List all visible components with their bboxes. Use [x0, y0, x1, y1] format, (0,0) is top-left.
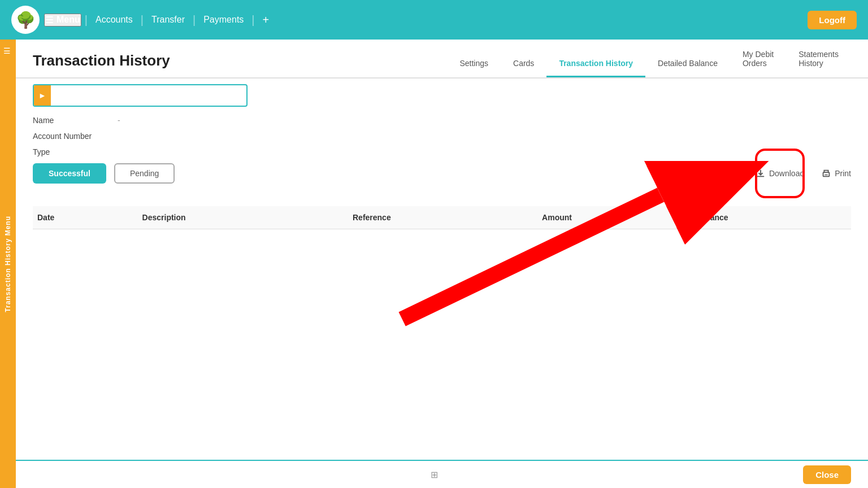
account-number-label: Account Number: [33, 132, 106, 141]
hamburger-icon: ☰: [45, 15, 53, 25]
download-label: Download: [769, 169, 804, 178]
tab-detailed-balance[interactable]: Detailed Balance: [645, 49, 730, 77]
logo-area: 🌳: [11, 6, 40, 34]
payments-nav-link[interactable]: Payments: [199, 15, 248, 25]
download-button[interactable]: Download: [748, 164, 812, 183]
download-icon: [756, 168, 766, 178]
search-label: Search: [714, 169, 739, 178]
col-date: Date: [33, 206, 138, 229]
account-input[interactable]: [51, 88, 246, 103]
menu-label: Menu: [57, 15, 80, 25]
plus-nav-link[interactable]: +: [258, 14, 274, 27]
menu-button[interactable]: ☰ Menu: [44, 14, 81, 27]
tab-cards[interactable]: Cards: [501, 49, 546, 77]
nav-separator-3: |: [193, 14, 196, 27]
nav-separator-1: |: [85, 14, 88, 27]
tab-debit-orders[interactable]: My DebitOrders: [730, 40, 786, 77]
print-label: Print: [835, 169, 851, 178]
pending-button[interactable]: Pending: [114, 163, 175, 184]
tab-transaction-history[interactable]: Transaction History: [546, 49, 645, 77]
close-button[interactable]: Close: [803, 465, 851, 484]
type-label: Type: [33, 147, 106, 156]
tab-settings[interactable]: Settings: [447, 49, 501, 77]
svg-point-0: [701, 170, 706, 175]
download-highlight-area: Download: [748, 164, 812, 183]
col-description: Description: [138, 206, 348, 229]
col-amount: Amount: [537, 206, 693, 229]
table-area: Date Description Reference Amount Balanc…: [16, 201, 868, 235]
transactions-table: Date Description Reference Amount Balanc…: [33, 206, 851, 229]
bottom-bar: ⊞ Close: [0, 460, 868, 488]
accounts-nav-link[interactable]: Accounts: [91, 15, 137, 25]
sidebar-menu-icon: ☰: [3, 46, 11, 55]
main-content: Transaction History Settings Cards Trans…: [16, 40, 868, 460]
buttons-and-actions: Successful Pending Search: [33, 163, 851, 184]
nav-separator-4: |: [251, 14, 254, 27]
form-area: ► Name - Account Number Type: [16, 79, 868, 195]
account-number-row: Account Number: [33, 132, 851, 141]
account-input-wrapper: ►: [33, 84, 248, 107]
page-title: Transaction History: [33, 41, 170, 77]
type-row: Type: [33, 147, 851, 156]
bottom-icon: ⊞: [431, 469, 438, 480]
svg-rect-4: [825, 175, 828, 175]
account-arrow-icon: ►: [34, 85, 51, 106]
sidebar-label: Transaction History Menu: [4, 216, 12, 312]
top-nav: 🌳 ☰ Menu | Accounts | Transfer | Payment…: [0, 0, 868, 40]
svg-rect-2: [757, 176, 765, 177]
logo-icon: 🌳: [16, 11, 36, 29]
svg-line-1: [706, 175, 709, 178]
successful-button[interactable]: Successful: [33, 163, 106, 184]
name-label: Name: [33, 116, 106, 125]
tab-statements-history[interactable]: StatementsHistory: [786, 40, 851, 77]
logo: 🌳: [11, 6, 40, 34]
nav-separator-2: |: [141, 14, 144, 27]
svg-rect-3: [823, 172, 830, 176]
actions-row: Search Download: [700, 164, 851, 183]
print-icon: [821, 168, 831, 178]
search-button[interactable]: Search: [700, 168, 739, 178]
search-icon: [700, 168, 710, 178]
print-button[interactable]: Print: [821, 168, 851, 178]
col-balance: Balance: [693, 206, 851, 229]
name-row: Name -: [33, 116, 851, 125]
logoff-button[interactable]: Logoff: [808, 11, 857, 29]
left-sidebar: ☰ Transaction History Menu: [0, 40, 16, 488]
transfer-nav-link[interactable]: Transfer: [147, 15, 189, 25]
col-reference: Reference: [348, 206, 537, 229]
name-value: -: [118, 116, 120, 125]
